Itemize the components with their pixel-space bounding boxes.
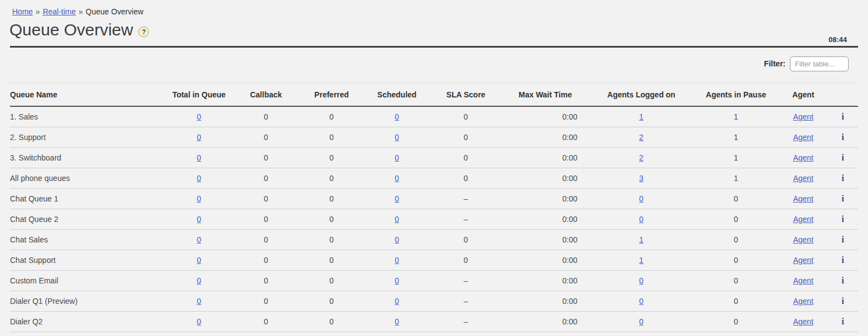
info-icon[interactable]: i bbox=[841, 153, 844, 162]
agents-logged-on-link[interactable]: 1 bbox=[639, 112, 644, 121]
breadcrumb-home-link[interactable]: Home bbox=[12, 7, 33, 16]
max-wait-time-cell: 0:00 bbox=[501, 168, 590, 188]
total-in-queue-link[interactable]: 0 bbox=[197, 174, 202, 183]
agents-logged-on-cell: 2 bbox=[590, 127, 693, 147]
agent-link[interactable]: Agent bbox=[793, 215, 814, 224]
total-in-queue-cell: 0 bbox=[166, 188, 232, 209]
filter-bar: Filter: bbox=[0, 56, 849, 71]
column-header-callback: Callback bbox=[232, 82, 300, 106]
agent-cell: Agent bbox=[779, 106, 828, 127]
queue-name-cell: All phone queues bbox=[10, 168, 166, 188]
callback-cell: 0 bbox=[232, 147, 300, 168]
scheduled-link[interactable]: 0 bbox=[395, 153, 399, 162]
column-header-agents-logged-on: Agents Logged on bbox=[590, 82, 693, 106]
total-in-queue-link[interactable]: 0 bbox=[197, 194, 202, 203]
agent-link[interactable]: Agent bbox=[793, 297, 814, 306]
scheduled-link[interactable]: 0 bbox=[395, 276, 399, 285]
scheduled-link[interactable]: 0 bbox=[395, 297, 399, 306]
agent-link[interactable]: Agent bbox=[793, 153, 814, 162]
sla-score-cell: 0 bbox=[431, 147, 501, 168]
breadcrumb-separator: » bbox=[79, 7, 83, 16]
queue-name-cell: Chat Queue 1 bbox=[10, 188, 166, 209]
preferred-cell: 0 bbox=[300, 127, 363, 147]
agent-cell: Agent bbox=[779, 127, 828, 147]
agents-logged-on-link[interactable]: 2 bbox=[639, 153, 644, 162]
column-header-total-in-queue: Total in Queue bbox=[166, 82, 232, 106]
agents-logged-on-link[interactable]: 1 bbox=[639, 235, 644, 244]
agents-logged-on-cell: 1 bbox=[590, 229, 693, 250]
breadcrumb: Home»Real-time»Queue Overview bbox=[0, 0, 868, 16]
scheduled-link[interactable]: 0 bbox=[395, 256, 399, 265]
info-icon[interactable]: i bbox=[841, 214, 844, 224]
agent-link[interactable]: Agent bbox=[793, 235, 814, 244]
agent-cell: Agent bbox=[779, 311, 828, 332]
preferred-cell: 0 bbox=[300, 311, 363, 332]
agent-link[interactable]: Agent bbox=[793, 112, 814, 121]
total-in-queue-link[interactable]: 0 bbox=[197, 215, 202, 224]
agents-logged-on-link[interactable]: 0 bbox=[639, 194, 644, 203]
queue-table-body: 1. Sales 0 0 0 0 0 0:00 1 1 Agent i 2. S… bbox=[10, 106, 858, 332]
total-in-queue-link[interactable]: 0 bbox=[197, 235, 202, 244]
preferred-cell: 0 bbox=[300, 209, 363, 229]
info-icon[interactable]: i bbox=[841, 255, 844, 265]
info-icon[interactable]: i bbox=[841, 173, 844, 183]
total-in-queue-link[interactable]: 0 bbox=[197, 112, 202, 121]
scheduled-link[interactable]: 0 bbox=[395, 174, 399, 183]
scheduled-cell: 0 bbox=[363, 168, 431, 188]
agents-logged-on-link[interactable]: 2 bbox=[639, 133, 644, 142]
agent-link[interactable]: Agent bbox=[793, 133, 814, 142]
agent-link[interactable]: Agent bbox=[793, 276, 814, 285]
total-in-queue-link[interactable]: 0 bbox=[197, 297, 202, 306]
info-icon[interactable]: i bbox=[841, 235, 844, 244]
column-header-agent: Agent bbox=[779, 82, 828, 106]
agent-link[interactable]: Agent bbox=[793, 194, 814, 203]
scheduled-link[interactable]: 0 bbox=[395, 235, 399, 244]
queue-overview-table: Queue Name Total in Queue Callback Prefe… bbox=[10, 82, 858, 332]
scheduled-link[interactable]: 0 bbox=[395, 133, 399, 142]
total-in-queue-link[interactable]: 0 bbox=[197, 276, 202, 285]
agent-cell: Agent bbox=[779, 291, 828, 311]
total-in-queue-link[interactable]: 0 bbox=[197, 317, 202, 326]
agents-logged-on-link[interactable]: 3 bbox=[639, 174, 644, 183]
info-icon[interactable]: i bbox=[841, 276, 844, 285]
agents-logged-on-link[interactable]: 0 bbox=[639, 276, 644, 285]
scheduled-link[interactable]: 0 bbox=[395, 194, 399, 203]
preferred-cell: 0 bbox=[300, 291, 363, 311]
scheduled-link[interactable]: 0 bbox=[395, 317, 399, 326]
info-icon[interactable]: i bbox=[841, 132, 844, 142]
queue-table-row: Chat Queue 1 0 0 0 0 – 0:00 0 0 Agent i bbox=[10, 188, 858, 209]
info-icon[interactable]: i bbox=[841, 317, 844, 326]
filter-table-input[interactable] bbox=[790, 56, 849, 71]
agent-cell: Agent bbox=[779, 147, 828, 168]
total-in-queue-cell: 0 bbox=[166, 250, 232, 270]
total-in-queue-cell: 0 bbox=[166, 291, 232, 311]
info-icon[interactable]: i bbox=[841, 194, 844, 203]
agents-logged-on-cell: 2 bbox=[590, 147, 693, 168]
info-icon[interactable]: i bbox=[841, 296, 844, 306]
agent-link[interactable]: Agent bbox=[793, 256, 814, 265]
total-in-queue-link[interactable]: 0 bbox=[197, 133, 202, 142]
scheduled-link[interactable]: 0 bbox=[395, 112, 399, 121]
total-in-queue-link[interactable]: 0 bbox=[197, 256, 202, 265]
scheduled-cell: 0 bbox=[363, 270, 431, 291]
max-wait-time-cell: 0:00 bbox=[501, 229, 590, 250]
total-in-queue-cell: 0 bbox=[166, 147, 232, 168]
max-wait-time-cell: 0:00 bbox=[501, 250, 590, 270]
total-in-queue-cell: 0 bbox=[166, 168, 232, 188]
agents-logged-on-link[interactable]: 0 bbox=[639, 317, 644, 326]
column-header-sla-score: SLA Score bbox=[431, 82, 501, 106]
breadcrumb-realtime-link[interactable]: Real-time bbox=[43, 7, 76, 16]
total-in-queue-cell: 0 bbox=[166, 229, 232, 250]
total-in-queue-link[interactable]: 0 bbox=[197, 153, 202, 162]
agent-link[interactable]: Agent bbox=[793, 317, 814, 326]
scheduled-link[interactable]: 0 bbox=[395, 215, 399, 224]
agents-logged-on-link[interactable]: 1 bbox=[639, 256, 644, 265]
agent-link[interactable]: Agent bbox=[793, 174, 814, 183]
breadcrumb-separator: » bbox=[35, 7, 40, 16]
info-cell: i bbox=[828, 229, 858, 250]
queue-name-cell: 1. Sales bbox=[10, 106, 166, 127]
agents-logged-on-link[interactable]: 0 bbox=[639, 215, 644, 224]
callback-cell: 0 bbox=[232, 127, 300, 147]
agents-logged-on-link[interactable]: 0 bbox=[639, 297, 644, 306]
info-icon[interactable]: i bbox=[841, 112, 844, 121]
